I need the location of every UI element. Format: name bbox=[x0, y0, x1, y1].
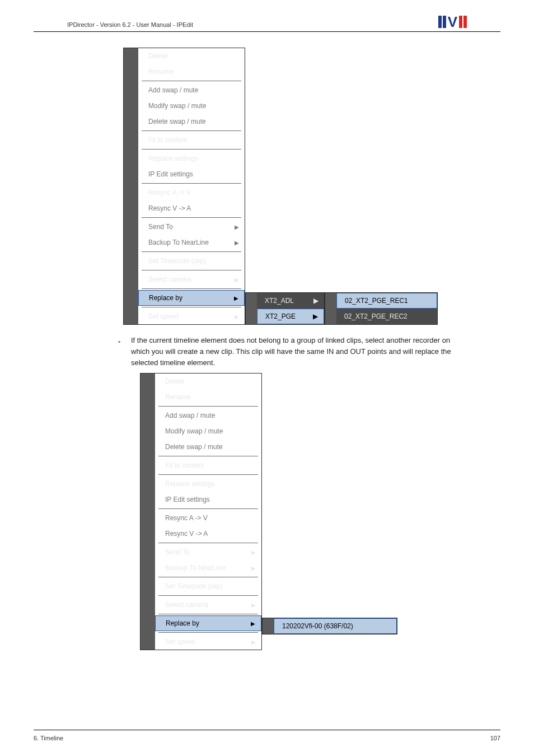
chevron-right-icon: ▶ bbox=[313, 297, 318, 305]
menu-send-to: Send To ▶ bbox=[138, 219, 245, 235]
logo-bar-right2-icon bbox=[463, 16, 467, 28]
menu-replace-by[interactable]: Replace by ▶ bbox=[138, 290, 245, 306]
chevron-right-icon: ▶ bbox=[251, 639, 256, 645]
menu-send-to[interactable]: Send To ▶ bbox=[155, 544, 261, 560]
menu-separator bbox=[158, 632, 258, 633]
menu-separator bbox=[158, 595, 258, 596]
chevron-right-icon: ▶ bbox=[234, 295, 238, 301]
submenu-xt2-pge-label: XT2_PGE bbox=[265, 312, 296, 320]
menu-replace-by-label: Replace by bbox=[166, 619, 199, 627]
menu-separator bbox=[158, 406, 258, 407]
context-menu-2: Delete Rename Add swap / mute Modify swa… bbox=[140, 373, 262, 650]
menu-backup-label: Backup To NearLine bbox=[165, 564, 226, 572]
menu-set-speed-label: Set speed bbox=[148, 312, 179, 320]
menu-set-timecode[interactable]: Set Timecode (slip) bbox=[138, 253, 245, 269]
menu-separator bbox=[142, 270, 241, 270]
submenu-xt2-pge[interactable]: XT2_PGE ▶ bbox=[257, 309, 324, 324]
submenu-xt2-adl-label: XT2_ADL bbox=[265, 297, 294, 305]
menu-replace-by[interactable]: Replace by ▶ bbox=[155, 615, 261, 631]
menu-ip-edit-settings: IP Edit settings bbox=[155, 492, 261, 507]
menu-separator bbox=[142, 130, 241, 131]
menu-fit-content[interactable]: Fit to content bbox=[155, 458, 261, 473]
menu-replace-settings[interactable]: Replace settings bbox=[155, 476, 261, 492]
submenu-servers: XT2_ADL ▶ XT2_PGE ▶ bbox=[245, 292, 325, 325]
menu-backup-nearline: Backup To NearLine ▶ bbox=[138, 235, 245, 250]
menu-set-speed[interactable]: Set speed ▶ bbox=[138, 309, 245, 324]
footer-page-number: 107 bbox=[490, 735, 500, 741]
menu-delete[interactable]: Delete bbox=[155, 374, 261, 389]
menu-modify-swap: Modify swap / mute bbox=[155, 423, 261, 439]
menu-separator bbox=[158, 474, 258, 475]
menu-resync-a-v[interactable]: Resync A -> V bbox=[138, 185, 245, 200]
menu-gutter bbox=[325, 293, 336, 324]
menu-gutter bbox=[246, 293, 257, 324]
menu-separator bbox=[142, 307, 241, 307]
menu-separator bbox=[158, 543, 258, 543]
menu-resync-v-a: Resync V -> A bbox=[138, 200, 245, 216]
menu-set-speed[interactable]: Set speed ▶ bbox=[155, 634, 261, 650]
menu-separator bbox=[142, 217, 241, 218]
menu-gutter bbox=[263, 618, 274, 634]
submenu-rec1[interactable]: 02_XT2_PGE_REC1 bbox=[336, 293, 437, 309]
chevron-right-icon: ▶ bbox=[251, 565, 256, 571]
logo-bar-left-icon bbox=[438, 16, 442, 28]
menu-select-camera[interactable]: Select camera ▶ bbox=[138, 272, 245, 287]
menu-send-to-label: Send To bbox=[148, 223, 173, 231]
menu-delete-swap: Delete swap / mute bbox=[138, 114, 245, 129]
menu-set-speed-label: Set speed bbox=[165, 638, 195, 646]
menu-select-camera-label: Select camera bbox=[148, 276, 191, 283]
menu-send-to-label: Send To bbox=[165, 548, 190, 556]
menu-replace-by-label: Replace by bbox=[149, 294, 182, 302]
submenu-recorder-single: 120202Vfi-00 (638F/02) bbox=[262, 618, 397, 634]
menu-replace-settings[interactable]: Replace settings bbox=[138, 151, 245, 166]
chevron-right-icon: ▶ bbox=[251, 602, 256, 608]
menu-backup-label: Backup To NearLine bbox=[148, 239, 209, 246]
menu-modify-swap: Modify swap / mute bbox=[138, 98, 245, 114]
logo-bar-right-icon bbox=[459, 16, 462, 28]
footer-section: 6. Timeline bbox=[34, 735, 63, 741]
chevron-right-icon: ▶ bbox=[235, 277, 239, 283]
menu-fit-content[interactable]: Fit to content bbox=[138, 132, 245, 148]
submenu-xt2-adl[interactable]: XT2_ADL ▶ bbox=[257, 293, 324, 309]
chevron-right-icon: ▶ bbox=[235, 314, 239, 320]
logo: V bbox=[438, 16, 467, 28]
menu-resync-v-a: Resync V -> A bbox=[155, 526, 261, 542]
chevron-right-icon: ▶ bbox=[235, 224, 239, 230]
menu-select-camera[interactable]: Select camera ▶ bbox=[155, 597, 261, 613]
menu-separator bbox=[142, 149, 241, 150]
chevron-right-icon: ▶ bbox=[235, 240, 239, 246]
menu-ip-edit-settings: IP Edit settings bbox=[138, 166, 245, 182]
menu-separator bbox=[158, 508, 258, 509]
menu-delete[interactable]: Delete bbox=[138, 48, 245, 64]
menu-separator bbox=[158, 577, 258, 577]
logo-bar-left2-icon bbox=[443, 16, 446, 28]
paragraph-text: If the current timeline element does not… bbox=[131, 335, 467, 368]
menu-set-timecode[interactable]: Set Timecode (slip) bbox=[155, 578, 261, 594]
menu-resync-a-v: Resync A -> V bbox=[155, 510, 261, 526]
menu-delete-swap: Delete swap / mute bbox=[155, 439, 261, 455]
bullet-icon: ∘ bbox=[118, 335, 121, 368]
menu-separator bbox=[158, 614, 258, 614]
submenu-recorder-item[interactable]: 120202Vfi-00 (638F/02) bbox=[274, 618, 397, 634]
menu-separator bbox=[142, 183, 241, 184]
chevron-right-icon: ▶ bbox=[313, 312, 318, 320]
chevron-right-icon: ▶ bbox=[251, 549, 256, 556]
menu-rename[interactable]: Rename bbox=[155, 389, 261, 405]
menu-separator bbox=[158, 456, 258, 456]
menu-separator bbox=[142, 81, 241, 81]
menu-add-swap: Add swap / mute bbox=[155, 408, 261, 423]
chevron-right-icon: ▶ bbox=[251, 620, 255, 627]
menu-select-camera-label: Select camera bbox=[165, 601, 208, 609]
menu-gutter bbox=[140, 374, 155, 650]
submenu-rec2[interactable]: 02_XT2_PGE_REC2 bbox=[336, 309, 437, 324]
menu-separator bbox=[142, 251, 241, 252]
menu-separator bbox=[142, 288, 241, 289]
logo-v-icon: V bbox=[448, 16, 457, 28]
menu-add-swap: Add swap / mute bbox=[138, 82, 245, 98]
menu-rename[interactable]: Rename bbox=[138, 64, 245, 80]
menu-gutter bbox=[124, 48, 138, 324]
submenu-recorders: 02_XT2_PGE_REC1 02_XT2_PGE_REC2 bbox=[325, 292, 438, 325]
menu-backup-nearline[interactable]: Backup To NearLine ▶ bbox=[155, 560, 261, 576]
context-menu-1: Delete Rename Add swap / mute Modify swa… bbox=[123, 48, 245, 325]
header-title: IPDirector - Version 6.2 - User Manual -… bbox=[67, 21, 193, 28]
